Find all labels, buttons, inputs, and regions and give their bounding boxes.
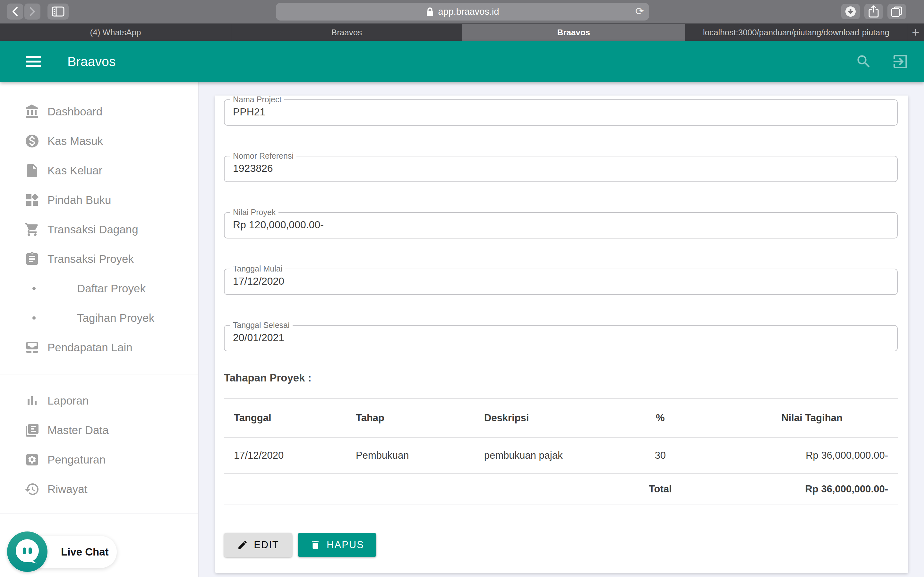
field-nama-project[interactable]: Nama Project PPH21: [224, 95, 898, 126]
field-value: 1923826: [225, 163, 897, 174]
col-header-nilai-tagihan: Nilai Tagihan: [712, 412, 898, 424]
cart-icon: [24, 221, 40, 238]
tab-whatsapp[interactable]: (4) WhatsApp: [0, 24, 231, 41]
field-value: PPH21: [225, 106, 897, 118]
search-icon[interactable]: [855, 53, 872, 70]
delete-button-label: HAPUS: [326, 539, 364, 551]
table-total-row: Total Rp 36,000,000.00-: [224, 474, 898, 504]
sidebar-item-kas-masuk[interactable]: Kas Masuk: [0, 126, 198, 156]
field-label: Nilai Proyek: [233, 208, 276, 217]
field-nilai-proyek[interactable]: Nilai Proyek Rp 120,000,000.00-: [224, 208, 898, 239]
col-header-tahap: Tahap: [346, 412, 474, 424]
tabs-icon: [891, 6, 903, 17]
field-label: Nomor Referensi: [233, 151, 294, 160]
sidebar-divider: [0, 374, 198, 374]
table-row: 17/12/2020 Pembukuan pembukuan pajak 30 …: [224, 438, 898, 473]
trash-icon: [310, 540, 321, 550]
sidebar-subitem-daftar-proyek[interactable]: Daftar Proyek: [0, 274, 198, 303]
menu-button[interactable]: [26, 56, 41, 67]
sidebar-item-label: Dashboard: [47, 105, 102, 118]
field-value: 17/12/2020: [225, 276, 897, 287]
col-header-tanggal: Tanggal: [224, 412, 346, 424]
field-label: Tanggal Selesai: [233, 321, 290, 330]
chat-bubble-icon: [7, 532, 47, 572]
sidebar-item-dashboard[interactable]: Dashboard: [0, 97, 198, 126]
sidebar-item-transaksi-proyek[interactable]: Transaksi Proyek: [0, 244, 198, 274]
field-value: Rp 120,000,000.00-: [225, 219, 897, 231]
bullet-icon: [32, 287, 36, 290]
sidebar-item-label: Master Data: [47, 424, 109, 437]
tahapan-table: Tanggal Tahap Deskripsi % Nilai Tagihan …: [224, 399, 898, 519]
pencil-icon: [237, 540, 248, 550]
download-icon: [845, 5, 857, 18]
tab-overview-button[interactable]: [887, 4, 906, 19]
sidebar-item-label: Kas Keluar: [47, 164, 102, 177]
field-label: Tanggal Mulai: [233, 264, 282, 273]
live-chat-button[interactable]: Live Chat: [7, 532, 136, 572]
downloads-button[interactable]: [841, 4, 860, 19]
field-tanggal-mulai[interactable]: Tanggal Mulai 17/12/2020: [224, 265, 898, 295]
sidebar-item-laporan[interactable]: Laporan: [0, 386, 198, 416]
total-value: Rp 36,000,000.00-: [712, 484, 898, 495]
money-in-icon: [24, 133, 40, 149]
main-content: Nama Project PPH21 Nomor Referensi 19238…: [199, 82, 924, 577]
sidebar-item-pengaturan[interactable]: Pengaturan: [0, 445, 198, 474]
app-header: Braavos: [0, 41, 924, 82]
bar-chart-icon: [24, 392, 40, 409]
sidebar-item-kas-keluar[interactable]: Kas Keluar: [0, 156, 198, 185]
library-icon: [24, 422, 40, 438]
history-icon: [24, 481, 40, 498]
chevron-right-icon: [29, 7, 36, 16]
field-nomor-referensi[interactable]: Nomor Referensi 1923826: [224, 152, 898, 182]
clipboard-icon: [24, 251, 40, 268]
logout-icon[interactable]: [891, 53, 909, 71]
sidebar-item-label: Transaksi Proyek: [47, 253, 134, 266]
sidebar-item-label: Pindah Buku: [47, 193, 111, 206]
field-label: Nama Project: [233, 95, 281, 104]
app-title: Braavos: [67, 41, 115, 82]
cell-persen: 30: [609, 450, 712, 461]
tab-braavos-1[interactable]: Braavos: [231, 24, 462, 41]
sidebar: Dashboard Kas Masuk Kas Keluar Pindah Bu…: [0, 82, 199, 577]
tab-localhost[interactable]: localhost:3000/panduan/piutang/download-…: [685, 24, 907, 41]
inbox-icon: [24, 339, 40, 356]
sidebar-item-label: Tagihan Proyek: [77, 311, 154, 324]
sidebar-item-label: Riwayat: [47, 483, 87, 496]
sidebar-item-master-data[interactable]: Master Data: [0, 416, 198, 445]
share-icon: [868, 5, 879, 18]
share-button[interactable]: [864, 4, 883, 19]
new-tab-button[interactable]: +: [907, 24, 924, 41]
edit-button-label: EDIT: [254, 539, 279, 551]
bullet-icon: [32, 316, 36, 319]
sidebar-divider: [0, 514, 198, 514]
project-detail-card: Nama Project PPH21 Nomor Referensi 19238…: [215, 95, 908, 573]
settings-icon: [24, 451, 40, 468]
tab-braavos-active[interactable]: Braavos: [462, 24, 685, 41]
edit-button[interactable]: EDIT: [224, 533, 292, 557]
sidebar-subitem-tagihan-proyek[interactable]: Tagihan Proyek: [0, 303, 198, 333]
forward-button[interactable]: [24, 3, 40, 19]
url-bar[interactable]: app.braavos.id ⟳: [276, 3, 649, 21]
sidebar-item-label: Pengaturan: [47, 453, 105, 466]
reload-icon[interactable]: ⟳: [635, 5, 644, 17]
section-title: Tahapan Proyek :: [224, 372, 898, 384]
sidebar-item-pendapatan-lain[interactable]: Pendapatan Lain: [0, 333, 198, 362]
delete-button[interactable]: HAPUS: [298, 533, 376, 557]
table-header-row: Tanggal Tahap Deskripsi % Nilai Tagihan: [224, 399, 898, 437]
cell-tanggal: 17/12/2020: [224, 450, 346, 461]
cell-deskripsi: pembukuan pajak: [474, 450, 609, 461]
file-icon: [24, 162, 40, 179]
sidebar-toggle-button[interactable]: [47, 3, 69, 19]
back-button[interactable]: [7, 3, 23, 19]
table-divider: [224, 519, 898, 519]
sidebar-item-riwayat[interactable]: Riwayat: [0, 474, 198, 504]
url-text: app.braavos.id: [438, 6, 499, 17]
field-tanggal-selesai[interactable]: Tanggal Selesai 20/01/2021: [224, 321, 898, 351]
sidebar-item-transaksi-dagang[interactable]: Transaksi Dagang: [0, 215, 198, 244]
sidebar-item-pindah-buku[interactable]: Pindah Buku: [0, 185, 198, 215]
sidebar-item-label: Kas Masuk: [47, 135, 103, 147]
sidebar-icon: [52, 6, 65, 17]
sidebar-item-label: Pendapatan Lain: [47, 341, 132, 354]
total-label: Total: [609, 484, 712, 495]
lock-icon: [426, 7, 434, 17]
